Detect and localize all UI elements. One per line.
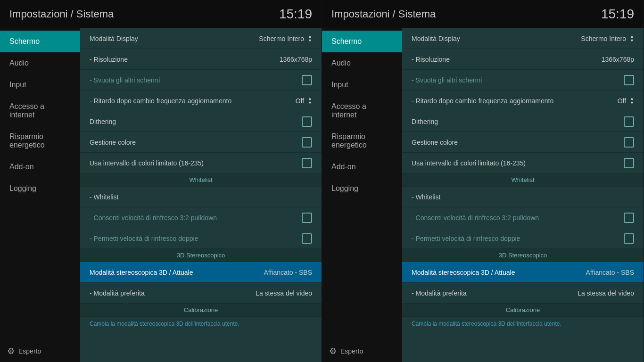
color-management-row[interactable]: Gestione colore [80,132,322,153]
right-sidebar-item-internet[interactable]: Accesso a internet [322,96,402,126]
right-gear-icon: ⚙ [329,346,337,356]
stereo-mode-row[interactable]: Modalità stereoscopica 3D / Attuale Affi… [80,262,322,283]
whitelist-row[interactable]: - Whitelist [80,187,322,207]
right-change-stereo-text: Cambia la modalità stereoscopica 3D dell… [402,317,644,331]
r-limited-range-label: Usa intervallo di colori limitato (16-23… [412,159,526,167]
sidebar-item-input[interactable]: Input [0,74,80,96]
left-title: Impostazioni / Sistema [9,8,114,20]
r-dithering-row[interactable]: Dithering [402,111,644,132]
right-sidebar-item-schermo[interactable]: Schermo [322,31,402,52]
left-section-whitelist: Whitelist [80,173,322,187]
double-rate-row: - Permetti velocità di rinfresco doppie [80,228,322,249]
r-color-management-row[interactable]: Gestione colore [402,132,644,153]
preferred-mode-label: - Modalità preferita [90,289,145,297]
right-sidebar-item-logging[interactable]: Logging [322,178,402,199]
left-expert-button[interactable]: ⚙ Esperto [0,340,80,362]
r-color-management-checkbox[interactable] [624,137,634,148]
r-double-rate-row: - Permetti velocità di rinfresco doppie [402,228,644,249]
whitelist-label: - Whitelist [90,193,118,201]
r-display-mode-row[interactable]: Modalità Display Schermo Intero ▲▼ [402,28,644,49]
right-time: 15:19 [601,7,634,22]
r-preferred-mode-row[interactable]: - Modalità preferita La stessa del video [402,283,644,304]
resolution-row[interactable]: - Risoluzione 1366x768p [80,49,322,70]
left-expert-label: Esperto [18,347,41,355]
r-delay-label: - Ritardo dopo cambio frequenza aggiorna… [412,97,553,105]
r-pulldown-label: - Consenti velocità di rinfresco 3:2 pul… [412,214,539,222]
left-change-stereo-text: Cambia la modalità stereoscopica 3D dell… [80,317,322,331]
right-sidebar: Schermo Audio Input Accesso a internet R… [322,28,402,362]
left-section-3d: 3D Stereoscopico [80,249,322,262]
right-sidebar-item-audio[interactable]: Audio [322,52,402,74]
r-display-mode-value: Schermo Intero ▲▼ [581,34,634,43]
r-delay-chevrons: ▲▼ [630,97,634,105]
r-double-rate-label: - Permetti velocità di rinfresco doppie [412,235,520,242]
limited-range-label: Usa intervallo di colori limitato (16-23… [90,159,204,167]
right-body: Schermo Audio Input Accesso a internet R… [322,28,644,362]
right-section-whitelist: Whitelist [402,173,644,187]
r-delay-row[interactable]: - Ritardo dopo cambio frequenza aggiorna… [402,90,644,111]
limited-range-row[interactable]: Usa intervallo di colori limitato (16-23… [80,153,322,173]
stereo-mode-label: Modalità stereoscopica 3D / Attuale [90,269,193,276]
stereo-mode-value: Affiancato - SBS [264,269,312,276]
r-pulldown-row: - Consenti velocità di rinfresco 3:2 pul… [402,207,644,228]
preferred-mode-row[interactable]: - Modalità preferita La stessa del video [80,283,322,304]
r-preferred-mode-value: La stessa del video [578,289,634,297]
r-stereo-mode-label: Modalità stereoscopica 3D / Attuale [412,269,515,276]
double-rate-label: - Permetti velocità di rinfresco doppie [90,235,198,242]
right-panel: Impostazioni / Sistema 15:19 Schermo Aud… [322,0,644,362]
sidebar-item-addon[interactable]: Add-on [0,156,80,178]
sidebar-item-schermo[interactable]: Schermo [0,31,80,52]
r-limited-range-checkbox[interactable] [624,158,634,168]
r-limited-range-row[interactable]: Usa intervallo di colori limitato (16-23… [402,153,644,173]
sidebar-item-logging[interactable]: Logging [0,178,80,199]
empty-screens-checkbox[interactable] [302,75,312,85]
right-header: Impostazioni / Sistema 15:19 [322,0,644,28]
r-whitelist-row[interactable]: - Whitelist [402,187,644,207]
r-display-mode-chevrons: ▲▼ [630,34,634,43]
right-expert-button[interactable]: ⚙ Esperto [322,340,402,362]
right-sidebar-item-input[interactable]: Input [322,74,402,96]
pulldown-row: - Consenti velocità di rinfresco 3:2 pul… [80,207,322,228]
preferred-mode-value: La stessa del video [256,289,312,297]
delay-row[interactable]: - Ritardo dopo cambio frequenza aggiorna… [80,90,322,111]
dithering-checkbox[interactable] [302,116,312,127]
right-expert-label: Esperto [340,347,363,355]
r-resolution-row[interactable]: - Risoluzione 1366x768p [402,49,644,70]
r-pulldown-checkbox[interactable] [624,213,634,223]
r-dithering-checkbox[interactable] [624,116,634,127]
r-double-rate-checkbox[interactable] [624,233,634,244]
right-content: Modalità Display Schermo Intero ▲▼ - Ris… [402,28,644,362]
r-stereo-mode-row[interactable]: Modalità stereoscopica 3D / Attuale Affi… [402,262,644,283]
left-time: 15:19 [279,7,312,22]
r-empty-screens-checkbox[interactable] [624,75,634,85]
left-body: Schermo Audio Input Accesso a internet R… [0,28,322,362]
r-empty-screens-row: - Svuota gli altri schermi [402,70,644,90]
r-resolution-value: 1366x768p [602,56,634,63]
right-title: Impostazioni / Sistema [331,8,436,20]
sidebar-item-audio[interactable]: Audio [0,52,80,74]
resolution-label: - Risoluzione [90,56,128,63]
sidebar-item-risparmio[interactable]: Risparmio energetico [0,126,80,156]
double-rate-checkbox[interactable] [302,233,312,244]
empty-screens-row: - Svuota gli altri schermi [80,70,322,90]
display-mode-label: Modalità Display [90,35,138,42]
right-sidebar-item-addon[interactable]: Add-on [322,156,402,178]
color-management-label: Gestione colore [90,139,136,146]
pulldown-checkbox[interactable] [302,213,312,223]
dithering-row[interactable]: Dithering [80,111,322,132]
display-mode-row[interactable]: Modalità Display Schermo Intero ▲▼ [80,28,322,49]
r-dithering-label: Dithering [412,118,438,125]
right-sidebar-item-risparmio[interactable]: Risparmio energetico [322,126,402,156]
delay-value: Off ▲▼ [296,97,312,105]
r-delay-value: Off ▲▼ [618,97,634,105]
left-section-calibration: Calibrazione [80,304,322,317]
r-resolution-label: - Risoluzione [412,56,450,63]
limited-range-checkbox[interactable] [302,158,312,168]
right-section-calibration: Calibrazione [402,304,644,317]
color-management-checkbox[interactable] [302,137,312,148]
sidebar-item-internet[interactable]: Accesso a internet [0,96,80,126]
right-section-3d: 3D Stereoscopico [402,249,644,262]
left-sidebar: Schermo Audio Input Accesso a internet R… [0,28,80,362]
left-header: Impostazioni / Sistema 15:19 [0,0,322,28]
delay-label: - Ritardo dopo cambio frequenza aggiorna… [90,97,231,105]
